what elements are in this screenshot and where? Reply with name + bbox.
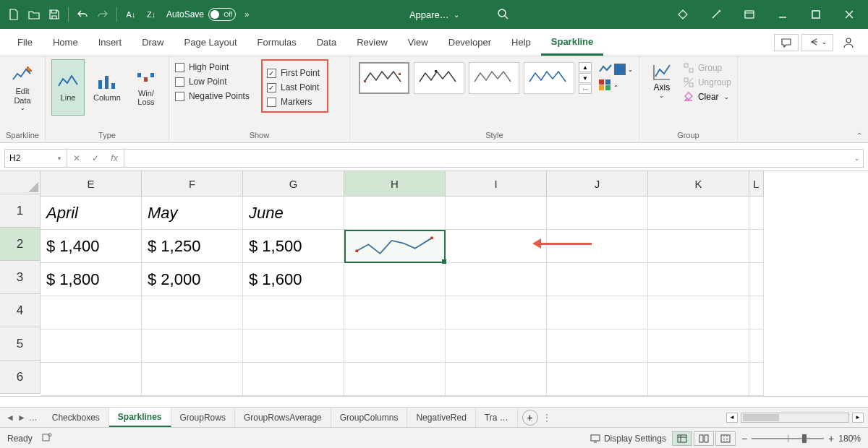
style-thumb-1[interactable] [359,62,409,94]
autosave-switch[interactable]: Off [208,8,236,21]
fx-icon[interactable]: fx [105,153,124,163]
collapse-ribbon-icon[interactable]: ⌃ [856,132,862,139]
sort-asc-icon[interactable]: A↓ [122,5,140,24]
diamond-icon[interactable] [668,0,697,29]
type-line-button[interactable]: Line [51,59,85,116]
col-header-h[interactable]: H [344,171,446,197]
cancel-formula-icon[interactable]: ✕ [67,153,86,163]
check-last-point[interactable]: ✓Last Point [267,82,320,92]
autosave-toggle[interactable]: AutoSave Off [166,8,236,21]
search-icon[interactable] [497,8,509,22]
ribbon-mode-icon[interactable] [735,0,764,29]
row-header-5[interactable]: 5 [0,327,41,361]
qat-overflow[interactable]: » [244,9,250,20]
new-file-icon[interactable] [4,5,23,24]
sheet-tab-groupcolumns[interactable]: GroupColumns [331,408,408,427]
title-dropdown-icon[interactable]: ⌄ [454,11,459,19]
cell-j4[interactable] [547,296,648,329]
cell-h1[interactable] [344,197,446,230]
enter-formula-icon[interactable]: ✓ [86,153,105,163]
cell-f4[interactable] [142,296,243,329]
zoom-in-button[interactable]: + [828,433,834,444]
sheet-tab-grouprows[interactable]: GroupRows [171,408,235,427]
gallery-down-icon[interactable]: ▼ [579,73,592,83]
col-header-l[interactable]: L [749,171,764,197]
magic-icon[interactable] [702,0,731,29]
col-header-i[interactable]: I [446,171,547,197]
comments-button[interactable] [774,34,799,51]
cell-k6[interactable] [648,363,749,396]
cell-g6[interactable] [243,363,344,396]
check-first-point[interactable]: ✓First Point [267,68,320,78]
cell-j3[interactable] [547,263,648,296]
col-header-e[interactable]: E [41,171,142,197]
edit-data-button[interactable]: Edit Data ⌄ [6,59,39,116]
close-button[interactable] [835,0,864,29]
sheet-nav-more-icon[interactable]: … [29,413,38,423]
cell-g5[interactable] [243,329,344,363]
gallery-more-icon[interactable]: ⋯ [579,84,592,94]
cell-i2[interactable] [446,230,547,263]
style-thumb-4[interactable] [524,62,574,94]
col-header-j[interactable]: J [547,171,648,197]
cell-g2[interactable]: $ 1,500 [243,230,344,263]
add-sheet-button[interactable]: + [522,410,538,426]
name-box-dropdown-icon[interactable]: ▼ [56,155,62,162]
select-all-corner[interactable] [0,171,41,194]
account-icon[interactable] [836,34,861,51]
cell-k1[interactable] [648,197,749,230]
tab-help[interactable]: Help [501,29,541,56]
zoom-out-button[interactable]: − [741,433,747,444]
cell-l6[interactable] [749,363,764,396]
maximize-button[interactable] [801,0,830,29]
view-page-layout-icon[interactable] [694,431,714,446]
cell-e2[interactable]: $ 1,400 [41,230,142,263]
ungroup-button[interactable]: Ungroup [683,77,731,88]
tab-file[interactable]: File [7,29,43,56]
check-markers[interactable]: Markers [267,97,320,107]
row-header-1[interactable]: 1 [0,194,41,228]
hscroll-right-icon[interactable]: ► [852,413,864,423]
cell-e4[interactable] [41,296,142,329]
marker-color-button[interactable]: ⌄ [599,79,633,90]
cell-j6[interactable] [547,363,648,396]
expand-formula-bar-icon[interactable]: ⌄ [854,155,860,162]
share-button[interactable]: ⌄ [801,34,833,51]
clear-button[interactable]: Clear⌄ [683,91,731,103]
gallery-up-icon[interactable]: ▲ [579,62,592,72]
style-thumb-2[interactable] [414,62,464,94]
tab-insert[interactable]: Insert [88,29,132,56]
save-icon[interactable] [45,5,64,24]
style-thumb-3[interactable] [469,62,519,94]
formula-input[interactable]: ⌄ [124,150,863,167]
cell-i1[interactable] [446,197,547,230]
sheet-nav-prev-icon[interactable]: ◄ [6,413,14,423]
sparkline-color-button[interactable]: ⌄ [599,64,633,75]
cell-h6[interactable] [344,363,446,396]
cell-k2[interactable] [648,230,749,263]
cell-k4[interactable] [648,296,749,329]
col-header-g[interactable]: G [243,171,344,197]
cell-l2[interactable] [749,230,764,263]
redo-icon[interactable] [93,5,112,24]
sheet-tab-grouprowsaverage[interactable]: GroupRowsAverage [235,408,331,427]
sheet-nav-next-icon[interactable]: ► [17,413,26,423]
sheet-tab-tra[interactable]: Tra … [476,408,518,427]
cell-e6[interactable] [41,363,142,396]
cell-h3[interactable] [344,263,446,296]
zoom-slider-knob[interactable] [802,434,807,443]
cell-g1[interactable]: June [243,197,344,230]
cell-l4[interactable] [749,296,764,329]
cell-i6[interactable] [446,363,547,396]
tab-home[interactable]: Home [43,29,88,56]
hscroll-left-icon[interactable]: ◄ [726,413,738,423]
display-settings-button[interactable]: Display Settings [590,433,666,444]
row-header-3[interactable]: 3 [0,261,41,294]
undo-icon[interactable] [73,5,92,24]
cell-f1[interactable]: May [142,197,243,230]
cell-h5[interactable] [344,329,446,363]
cell-l1[interactable] [749,197,764,230]
tab-sparkline[interactable]: Sparkline [541,29,604,56]
name-box[interactable]: H2 ▼ [5,150,67,167]
check-low-point[interactable]: Low Point [175,77,250,87]
